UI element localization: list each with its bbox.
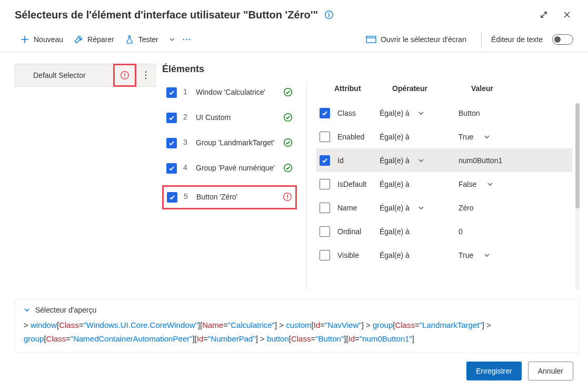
element-index: 4	[183, 163, 190, 172]
test-button[interactable]: Tester	[119, 32, 164, 47]
attribute-checkbox[interactable]	[320, 108, 330, 118]
save-button[interactable]: Enregistrer	[466, 362, 521, 380]
svg-point-1	[328, 13, 330, 14]
element-index: 3	[183, 138, 190, 146]
attribute-operator: Égal(e) à	[380, 109, 410, 117]
attribute-operator: Égal(e) à	[380, 227, 410, 236]
attribute-checkbox[interactable]	[320, 203, 330, 213]
svg-rect-2	[328, 14, 330, 17]
preview-toggle[interactable]: Sélecteur d'aperçu	[24, 306, 571, 314]
attribute-name: IsDefault	[337, 180, 380, 188]
element-checkbox[interactable]	[166, 87, 177, 98]
element-row[interactable]: 5Button 'Zéro'	[162, 185, 297, 209]
element-label: Group 'LandmarkTarget'	[196, 138, 277, 148]
attribute-row[interactable]: ClassÉgal(e) àButton	[316, 101, 572, 125]
attribute-row[interactable]: OrdinalÉgal(e) à0	[316, 219, 572, 243]
element-row[interactable]: 3Group 'LandmarkTarget'	[162, 135, 297, 152]
element-label: Window 'Calculatrice'	[196, 87, 277, 97]
close-icon[interactable]	[561, 8, 573, 21]
test-dropdown[interactable]	[166, 33, 178, 46]
attribute-value: num0Button1	[459, 156, 502, 165]
scrollbar[interactable]	[575, 103, 580, 290]
error-icon	[120, 71, 129, 80]
attribute-name: Ordinal	[337, 227, 380, 236]
selector-error-badge	[113, 64, 136, 87]
element-checkbox[interactable]	[166, 163, 177, 174]
attribute-value: True	[459, 251, 473, 259]
vertical-divider	[306, 82, 307, 290]
elements-heading: Éléments	[162, 64, 580, 75]
chevron-down-icon[interactable]	[418, 157, 424, 164]
open-screen-label: Ouvrir le sélecteur d'écran	[381, 35, 466, 44]
attribute-checkbox[interactable]	[320, 226, 330, 237]
element-index: 1	[183, 87, 190, 96]
attribute-name: Class	[337, 109, 380, 117]
new-label: Nouveau	[34, 35, 63, 44]
preview-title: Sélecteur d'aperçu	[35, 306, 96, 314]
attribute-row[interactable]: EnabledÉgal(e) àTrue	[316, 125, 572, 148]
element-label: UI Custom	[196, 113, 277, 123]
col-value: Valeur	[471, 84, 572, 93]
attribute-operator: Égal(e) à	[380, 156, 410, 165]
success-icon	[283, 138, 293, 147]
attribute-checkbox[interactable]	[320, 179, 330, 189]
svg-point-8	[124, 77, 125, 78]
element-checkbox[interactable]	[166, 113, 177, 123]
svg-point-11	[145, 78, 147, 79]
col-operator: Opérateur	[392, 84, 471, 93]
attribute-name: Enabled	[337, 133, 380, 141]
separator	[481, 32, 482, 47]
attribute-name: Id	[337, 156, 380, 165]
info-icon[interactable]	[324, 10, 334, 19]
preview-selector: > window[Class="Windows.UI.Core.CoreWind…	[24, 318, 571, 345]
col-attribute: Attribut	[334, 84, 392, 93]
success-icon	[283, 163, 293, 173]
element-row[interactable]: 4Group 'Pavé numérique'	[162, 160, 297, 177]
element-checkbox[interactable]	[167, 192, 177, 203]
repair-button[interactable]: Réparer	[68, 32, 119, 47]
attribute-checkbox[interactable]	[320, 132, 330, 142]
attribute-checkbox[interactable]	[320, 155, 330, 166]
chevron-down-icon[interactable]	[418, 110, 424, 116]
maximize-icon[interactable]	[537, 8, 550, 21]
success-icon	[283, 113, 293, 122]
screen-icon	[366, 35, 376, 44]
attribute-name: Visible	[337, 251, 380, 259]
element-index: 2	[183, 113, 190, 121]
attribute-row[interactable]: IdÉgal(e) ànum0Button1	[316, 148, 572, 172]
element-label: Button 'Zéro'	[196, 192, 276, 202]
error-icon	[283, 192, 292, 202]
attribute-checkbox[interactable]	[320, 250, 330, 260]
svg-point-9	[145, 72, 147, 73]
chevron-down-icon[interactable]	[487, 181, 493, 187]
attribute-operator: Égal(e) à	[380, 180, 410, 188]
attribute-row[interactable]: VisibleÉgal(e) àTrue	[316, 243, 572, 267]
attribute-operator: Égal(e) à	[380, 204, 410, 212]
chevron-down-icon[interactable]	[484, 252, 490, 258]
open-screen-selector-button[interactable]: Ouvrir le sélecteur d'écran	[361, 32, 472, 47]
attribute-value: False	[459, 180, 476, 188]
attribute-row[interactable]: NameÉgal(e) àZéro	[316, 196, 572, 219]
attribute-value: True	[459, 133, 473, 141]
element-row[interactable]: 1Window 'Calculatrice'	[162, 84, 297, 101]
svg-point-18	[287, 198, 288, 199]
text-editor-label: Éditeur de texte	[491, 35, 543, 44]
attribute-value: Zéro	[459, 204, 474, 212]
test-label: Tester	[138, 35, 158, 44]
dialog-title: Sélecteurs de l'élément d'interface util…	[15, 9, 318, 21]
more-button[interactable]: ···	[183, 35, 192, 44]
selector-list-item[interactable]: Default Selector	[15, 64, 156, 87]
attribute-operator: Égal(e) à	[380, 251, 410, 259]
selector-menu-button[interactable]	[136, 64, 155, 87]
flask-icon	[125, 35, 134, 44]
attribute-row[interactable]: IsDefaultÉgal(e) àFalse	[316, 172, 572, 196]
element-label: Group 'Pavé numérique'	[196, 163, 277, 173]
new-button[interactable]: Nouveau	[15, 32, 68, 47]
element-checkbox[interactable]	[166, 138, 177, 148]
cancel-button[interactable]: Annuler	[528, 362, 573, 380]
attribute-name: Name	[337, 204, 380, 212]
element-row[interactable]: 2UI Custom	[162, 109, 297, 126]
chevron-down-icon[interactable]	[484, 134, 490, 140]
chevron-down-icon[interactable]	[418, 205, 424, 211]
text-editor-toggle[interactable]	[552, 34, 573, 45]
